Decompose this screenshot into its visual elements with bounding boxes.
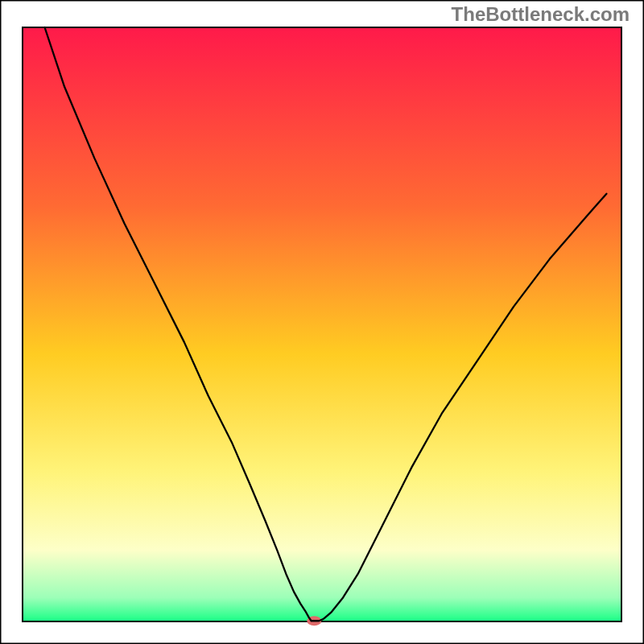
bottleneck-chart: TheBottleneck.com [0,0,644,644]
watermark-text: TheBottleneck.com [452,3,630,26]
plot-background [23,27,621,621]
chart-svg [0,0,644,644]
